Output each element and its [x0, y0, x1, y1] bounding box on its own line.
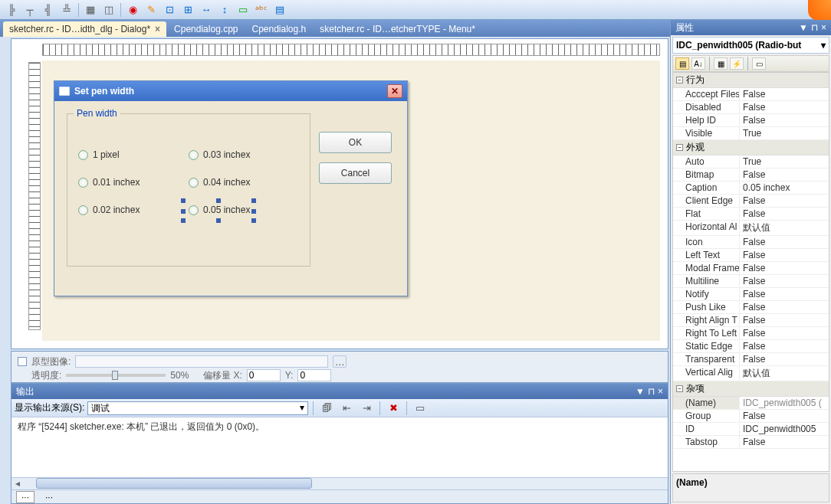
ok-button[interactable]: OK [319, 132, 392, 153]
tb-icon[interactable]: ╩ [58, 2, 75, 18]
prototype-checkbox[interactable] [18, 357, 27, 366]
tb-icon[interactable]: ╣ [40, 2, 57, 18]
offset-y-input[interactable] [297, 369, 331, 381]
prop-category[interactable]: −外观 [673, 140, 829, 155]
prop-row[interactable]: IDIDC_penwidth005 [673, 423, 829, 436]
prop-category[interactable]: −行为 [673, 73, 829, 88]
properties-object-select[interactable]: IDC_penwidth005 (Radio-but ▾ [672, 37, 829, 54]
output-header[interactable]: 输出 ▼⊓× [11, 384, 668, 399]
properties-grid[interactable]: −行为Acccept FilesFalseDisabledFalseHelp I… [672, 72, 829, 472]
output-title: 输出 [16, 385, 34, 398]
prop-row[interactable]: Vertical Alig默认值 [673, 366, 829, 381]
tb-icon[interactable]: ◉ [124, 2, 141, 18]
prop-row[interactable]: VisibleTrue [673, 127, 829, 140]
props-page-icon[interactable]: ▦ [714, 57, 728, 70]
bottom-tab[interactable]: ··· [41, 492, 57, 502]
pin-icon[interactable]: ⊓ [648, 386, 655, 397]
prop-row[interactable]: DisabledFalse [673, 101, 829, 114]
tb-icon[interactable]: ⊡ [161, 2, 178, 18]
output-source-select[interactable]: 调试▾ [87, 401, 308, 415]
prop-row[interactable]: Push LikeFalse [673, 301, 829, 314]
pin-icon[interactable]: ⊓ [811, 22, 818, 33]
browse-button[interactable]: … [333, 355, 347, 368]
close-icon[interactable]: × [821, 22, 826, 33]
prop-row[interactable]: BitmapFalse [673, 169, 829, 182]
prototype-path-input[interactable] [75, 355, 328, 368]
prev-icon[interactable]: ⇤ [338, 401, 355, 416]
dialog-preview[interactable]: Set pen width ✕ Pen width 1 pixel 0.03 i… [54, 80, 408, 296]
prop-row[interactable]: (Name)IDC_penwidth005 ( [673, 397, 829, 410]
prop-row[interactable]: Right Align TFalse [673, 314, 829, 327]
prop-row[interactable]: MultilineFalse [673, 275, 829, 288]
prop-row[interactable]: Client EdgeFalse [673, 195, 829, 208]
tb-icon[interactable]: ▤ [271, 2, 288, 18]
tb-icon[interactable]: ┬ [21, 2, 38, 18]
tb-icon[interactable]: ▭ [235, 2, 251, 18]
offset-x-input[interactable] [247, 369, 281, 381]
prop-row[interactable]: TransparentFalse [673, 353, 829, 366]
properties-description: (Name) [672, 473, 829, 502]
tb-icon[interactable]: ✎ [143, 2, 159, 18]
groupbox-penwidth[interactable]: Pen width 1 pixel 0.03 inchex 0.01 inche… [67, 113, 310, 267]
tab-cpp[interactable]: Cpendialog.cpp [168, 21, 244, 37]
prop-row[interactable]: Static EdgeFalse [673, 340, 829, 353]
prop-row[interactable]: Modal FrameFalse [673, 262, 829, 275]
designer-canvas[interactable]: Set pen width ✕ Pen width 1 pixel 0.03 i… [11, 38, 668, 349]
tb-icon[interactable]: ↕ [216, 2, 233, 18]
clear-icon[interactable]: ✖ [385, 401, 402, 416]
tab-dialog[interactable]: sketcher.rc - ID…idth_dlg - Dialog* × [3, 21, 166, 37]
prop-row[interactable]: AutoTrue [673, 155, 829, 169]
dropdown-icon[interactable]: ▼ [636, 386, 645, 397]
radio-1pixel[interactable]: 1 pixel [78, 149, 189, 160]
prop-row[interactable]: Help IDFalse [673, 114, 829, 127]
tb-icon[interactable]: ᵃᵇᶜ [253, 2, 270, 18]
radio-003[interactable]: 0.03 inchex [189, 149, 299, 160]
prop-row[interactable]: IconFalse [673, 236, 829, 249]
tb-icon[interactable]: ▦ [82, 2, 99, 18]
tb-icon[interactable]: ⊞ [179, 2, 196, 18]
tb-icon[interactable]: ╠ [3, 2, 20, 18]
output-toolbar: 显示输出来源(S): 调试▾ 🗐 ⇤ ⇥ ✖ ▭ [11, 399, 668, 417]
radio-001[interactable]: 0.01 inchex [78, 177, 189, 188]
dialog-body: Pen width 1 pixel 0.03 inchex 0.01 inche… [54, 101, 407, 296]
msgs-icon[interactable]: ▭ [752, 57, 766, 70]
radio-005-selected[interactable]: 0.05 inchex [189, 205, 299, 215]
output-body[interactable]: 程序 “[5244] sketcher.exe: 本机” 已退出，返回值为 0 … [11, 417, 668, 477]
prop-row[interactable]: TabstopFalse [673, 436, 829, 449]
prop-category[interactable]: −杂项 [673, 381, 829, 397]
close-icon[interactable]: × [658, 386, 663, 397]
wrap-icon[interactable]: ▭ [412, 401, 429, 416]
tab-menu[interactable]: sketcher.rc - ID…etcherTYPE - Menu* [314, 21, 481, 37]
main-toolbar: ╠ ┬ ╣ ╩ ▦ ◫ ◉ ✎ ⊡ ⊞ ↔ ↕ ▭ ᵃᵇᶜ ▤ [0, 0, 831, 20]
categorized-icon[interactable]: ▤ [675, 57, 689, 70]
next-icon[interactable]: ⇥ [358, 401, 375, 416]
prop-row[interactable]: Left TextFalse [673, 249, 829, 262]
prop-row[interactable]: Caption0.05 inchex [673, 182, 829, 195]
close-icon[interactable]: × [155, 24, 160, 34]
prop-row[interactable]: Right To LeftFalse [673, 327, 829, 340]
tb-icon[interactable]: ↔ [198, 2, 215, 18]
bottom-tab[interactable]: ··· [16, 491, 34, 503]
dropdown-icon[interactable]: ▼ [799, 22, 808, 33]
prop-row[interactable]: Acccept FilesFalse [673, 88, 829, 101]
prototype-image-bar: 原型图像: … 透明度: 50% 偏移量 X: Y: [11, 351, 668, 383]
prop-row[interactable]: NotifyFalse [673, 288, 829, 301]
tab-h[interactable]: Cpendialog.h [246, 21, 313, 37]
properties-header[interactable]: 属性 ▼⊓× [671, 20, 831, 35]
h-scrollbar[interactable]: ◂ [11, 477, 668, 489]
dialog-titlebar[interactable]: Set pen width ✕ [54, 81, 407, 101]
properties-object-name: IDC_penwidth005 (Radio-but [676, 40, 801, 51]
find-icon[interactable]: 🗐 [318, 401, 335, 416]
prop-row[interactable]: Horizontal Al默认值 [673, 221, 829, 236]
radio-002[interactable]: 0.02 inchex [78, 205, 189, 215]
events-icon[interactable]: ⚡ [730, 57, 744, 70]
prop-row[interactable]: FlatFalse [673, 208, 829, 221]
tb-icon[interactable]: ◫ [100, 2, 117, 18]
ruler-horizontal [42, 44, 660, 56]
alpha-sort-icon[interactable]: A↓ [691, 57, 705, 70]
cancel-button[interactable]: Cancel [319, 162, 392, 184]
radio-004[interactable]: 0.04 inchex [189, 177, 299, 188]
opacity-slider[interactable] [66, 374, 166, 377]
close-icon[interactable]: ✕ [387, 84, 402, 98]
prop-row[interactable]: GroupFalse [673, 410, 829, 423]
